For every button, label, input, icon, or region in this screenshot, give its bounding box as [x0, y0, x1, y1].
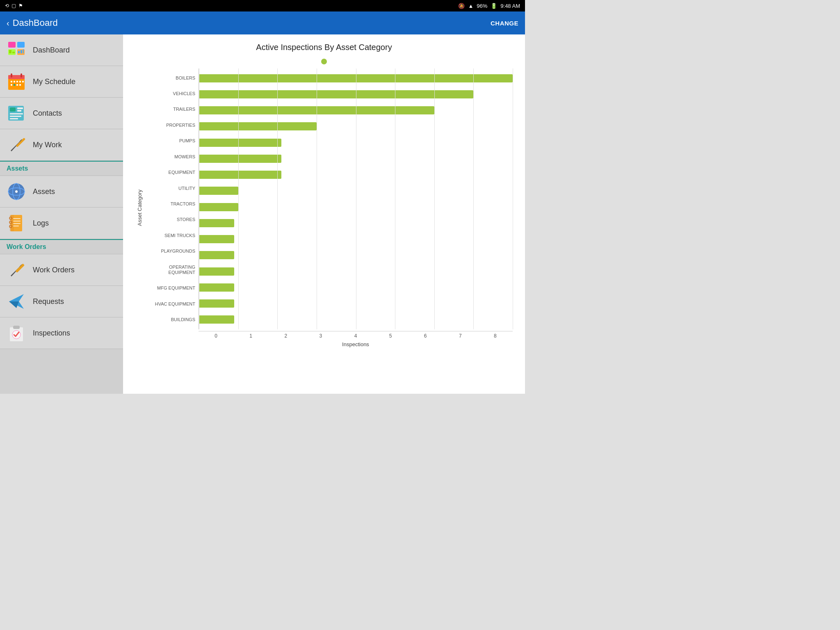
svg-rect-8	[23, 49, 24, 53]
svg-rect-21	[22, 81, 24, 82]
bar-row	[199, 282, 513, 293]
bar-row	[199, 185, 513, 196]
y-label: BOILERS	[145, 75, 199, 81]
inspections-label: Inspections	[33, 329, 70, 338]
bar	[199, 235, 234, 243]
x-tick: 0	[199, 331, 233, 339]
bar	[199, 283, 234, 292]
app-header: ‹ DashBoard CHANGE	[0, 11, 525, 34]
requests-label: Requests	[33, 297, 64, 306]
svg-rect-12	[21, 73, 22, 78]
svg-rect-39	[13, 226, 19, 226]
x-tick: 2	[268, 331, 303, 339]
mywork-icon	[7, 135, 26, 155]
sidebar-item-dashboard[interactable]: DashBoard	[0, 34, 123, 66]
svg-rect-29	[16, 138, 25, 147]
bar-row	[199, 298, 513, 309]
y-label: TRACTORS	[145, 201, 199, 207]
sidebar-item-my-work[interactable]: My Work	[0, 129, 123, 161]
chart-title: Active Inspections By Asset Category	[135, 43, 513, 52]
bar-row	[199, 137, 513, 148]
bars-grid	[199, 68, 513, 329]
bar	[199, 219, 234, 227]
x-tick: 3	[303, 331, 338, 339]
assets-label: Assets	[33, 187, 55, 196]
dashboard-label: DashBoard	[33, 46, 70, 55]
bar-row	[199, 73, 513, 84]
sidebar-item-assets[interactable]: Assets	[0, 176, 123, 208]
svg-rect-6	[18, 51, 20, 53]
bar	[199, 122, 317, 130]
wifi-icon: ▲	[468, 3, 473, 9]
svg-rect-47	[13, 326, 20, 329]
svg-rect-36	[13, 218, 21, 219]
svg-rect-15	[16, 81, 18, 82]
bar	[199, 139, 281, 147]
y-label: PROPERTIES	[145, 123, 199, 128]
svg-rect-26	[10, 113, 23, 114]
square-icon: ▢	[11, 3, 16, 9]
status-bar-left: ⟲ ▢ ⚑	[5, 3, 23, 9]
bar-row	[199, 89, 513, 100]
logs-icon	[7, 213, 26, 233]
x-tick: 1	[233, 331, 268, 339]
svg-rect-19	[16, 84, 18, 86]
svg-rect-11	[11, 73, 12, 78]
svg-rect-17	[11, 84, 12, 86]
x-tick: 6	[408, 331, 443, 339]
dashboard-icon	[7, 40, 26, 60]
svg-rect-20	[19, 84, 21, 86]
y-label: HVAC EQUIPMENT	[145, 301, 199, 307]
svg-rect-23	[10, 107, 16, 112]
mywork-label: My Work	[33, 141, 62, 149]
inspections-icon	[7, 323, 26, 343]
contacts-label: Contacts	[33, 109, 62, 118]
x-axis-label: Inspections	[199, 341, 513, 347]
y-label: PUMPS	[145, 138, 199, 144]
app-title: DashBoard	[13, 18, 58, 28]
battery-icon: 🔋	[491, 3, 497, 9]
bar-row	[199, 201, 513, 213]
svg-rect-4	[9, 50, 11, 53]
schedule-label: My Schedule	[33, 78, 75, 86]
battery-percent: 96%	[477, 3, 487, 9]
bar	[199, 315, 234, 324]
main-layout: DashBoard	[0, 34, 525, 394]
assets-section-header: Assets	[0, 161, 123, 176]
bar	[199, 187, 238, 195]
content-area: Active Inspections By Asset Category Ass…	[123, 34, 525, 394]
svg-rect-27	[10, 116, 21, 117]
flag-icon: ⚑	[18, 3, 23, 9]
svg-marker-45	[9, 301, 19, 308]
sidebar-item-contacts[interactable]: Contacts	[0, 98, 123, 129]
svg-rect-14	[14, 81, 15, 82]
svg-rect-37	[13, 221, 21, 221]
bar-row	[199, 314, 513, 325]
y-label: OPERATING EQUIPMENT	[145, 265, 199, 275]
bar	[199, 203, 238, 211]
change-button[interactable]: CHANGE	[491, 20, 518, 27]
status-bar: ⟲ ▢ ⚑ 🔕 ▲ 96% 🔋 9:48 AM	[0, 0, 525, 11]
bar-row	[199, 233, 513, 245]
sidebar-item-inspections[interactable]: Inspections	[0, 317, 123, 349]
sidebar-item-work-orders[interactable]: Work Orders	[0, 254, 123, 286]
y-axis-label: Asset Category	[135, 68, 144, 347]
y-label: BUILDINGS	[145, 317, 199, 322]
bar	[199, 267, 234, 276]
grid-line	[513, 68, 513, 329]
requests-icon	[7, 292, 26, 311]
x-tick: 7	[443, 331, 478, 339]
sidebar-item-requests[interactable]: Requests	[0, 286, 123, 317]
contacts-icon	[7, 103, 26, 123]
bar-row	[199, 249, 513, 261]
assets-icon	[7, 182, 26, 201]
svg-rect-7	[21, 50, 22, 53]
sidebar-item-logs[interactable]: Logs	[0, 208, 123, 239]
y-label: TRAILERS	[145, 107, 199, 112]
sidebar-item-my-schedule[interactable]: My Schedule	[0, 66, 123, 98]
svg-rect-38	[13, 223, 21, 224]
bar-row	[199, 121, 513, 132]
back-button[interactable]: ‹	[7, 18, 9, 28]
y-label: SEMI TRUCKS	[145, 233, 199, 238]
x-tick: 5	[373, 331, 408, 339]
